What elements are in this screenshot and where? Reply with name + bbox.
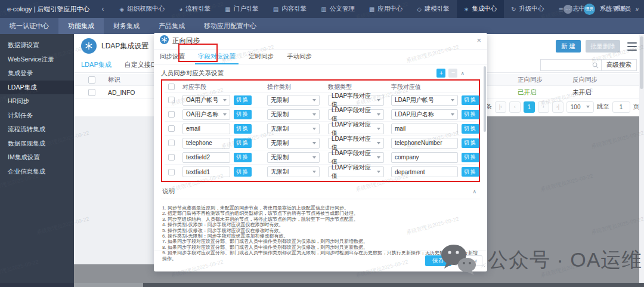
close-icon[interactable]: × bbox=[476, 36, 481, 45]
dialog-tab[interactable]: 同步设置 bbox=[160, 50, 185, 64]
switch-button[interactable]: 切换 bbox=[234, 124, 252, 134]
main-tab[interactable]: 自定义接口 bbox=[125, 60, 157, 72]
topnav-item[interactable]: ◕ 流程引擎 bbox=[172, 0, 218, 18]
row-checkbox[interactable] bbox=[165, 125, 182, 132]
page-scrollbar[interactable] bbox=[639, 34, 644, 283]
field-value-select[interactable]: LDAP用户名称 bbox=[391, 109, 458, 120]
sidebar-item[interactable]: HR同步 bbox=[0, 94, 74, 109]
datatype-select[interactable]: LDAP字段对应值 bbox=[328, 124, 384, 134]
search-input[interactable] bbox=[540, 59, 601, 71]
field-select[interactable]: email bbox=[182, 124, 230, 134]
field-value-select[interactable]: mail bbox=[391, 124, 458, 134]
chevron-down-icon[interactable]: ∨ bbox=[636, 7, 639, 12]
advanced-search-button[interactable]: 高级搜索 bbox=[601, 59, 637, 71]
next-page-button[interactable]: › bbox=[538, 101, 549, 113]
datatype-select[interactable]: LDAP字段对应值 bbox=[328, 138, 384, 149]
batch-delete-button[interactable]: 批量删除 bbox=[586, 40, 620, 53]
user-name[interactable]: 系统管理员 bbox=[600, 5, 631, 13]
topnav-item[interactable]: ∗ 集成中心 bbox=[457, 0, 504, 18]
switch-button[interactable]: 切换 bbox=[462, 138, 479, 148]
switch-button[interactable]: 切换 bbox=[234, 153, 252, 162]
field-select[interactable]: OA用户帐号 bbox=[182, 95, 230, 106]
sidebar-item[interactable]: IM集成设置 bbox=[0, 150, 74, 165]
add-row-button[interactable]: + bbox=[436, 69, 445, 78]
dialog-tab[interactable]: 字段对应设置 bbox=[198, 50, 236, 64]
current-page-button[interactable]: 1 bbox=[524, 101, 535, 113]
subnav-item[interactable]: 移动应用配置中心 bbox=[194, 18, 266, 34]
collapse-up-icon[interactable]: ∧ bbox=[472, 189, 476, 195]
subnav-item[interactable]: 统一认证中心 bbox=[0, 18, 58, 34]
sidebar-item[interactable]: 企业信息集成 bbox=[0, 165, 74, 179]
dialog-scrollbar[interactable] bbox=[484, 66, 486, 132]
sidebar-item[interactable]: 数据源设置 bbox=[0, 38, 74, 53]
jump-page-input[interactable] bbox=[612, 101, 630, 113]
sidebar-item[interactable]: LDAP集成 bbox=[0, 81, 74, 95]
operation-select[interactable]: 无限制 bbox=[267, 152, 320, 163]
switch-button[interactable]: 切换 bbox=[234, 95, 252, 105]
create-button[interactable]: 新 建 bbox=[556, 40, 581, 53]
list-view-icon[interactable] bbox=[627, 42, 637, 51]
row-checkbox[interactable] bbox=[165, 169, 182, 175]
field-value-select[interactable]: LDAP用户帐号 bbox=[391, 95, 458, 106]
sidebar-item[interactable]: 流程流转集成 bbox=[0, 122, 74, 137]
select-all-checkbox[interactable] bbox=[88, 74, 95, 85]
collapse-up-icon[interactable]: ∧ bbox=[460, 70, 465, 76]
resize-handle-icon[interactable] bbox=[481, 260, 486, 270]
operation-select[interactable]: 无限制 bbox=[267, 109, 320, 120]
sidebar-item[interactable]: 集成登录 bbox=[0, 66, 74, 81]
field-value-select[interactable]: company bbox=[391, 152, 458, 163]
topnav-item[interactable]: ↻ 升级中心 bbox=[504, 0, 551, 18]
operation-select[interactable]: 无限制 bbox=[267, 138, 320, 149]
more-options-icon[interactable]: … bbox=[564, 5, 572, 14]
sidebar-item[interactable]: 计划任务 bbox=[0, 109, 74, 123]
operation-select[interactable]: 无限制 bbox=[267, 95, 320, 106]
select-all-checkbox[interactable] bbox=[165, 84, 182, 90]
field-value-select[interactable]: telephoneNumber bbox=[391, 138, 458, 149]
dialog-tab[interactable]: 定时同步 bbox=[249, 50, 274, 64]
page-size-select[interactable]: 100 bbox=[566, 101, 594, 113]
field-select[interactable]: OA用户名称 bbox=[182, 109, 230, 120]
switch-button[interactable]: 切换 bbox=[462, 95, 479, 105]
first-page-button[interactable]: |‹ bbox=[495, 101, 506, 113]
datatype-select[interactable]: LDAP字段对应值 bbox=[328, 152, 384, 163]
field-value-select[interactable]: department bbox=[391, 166, 458, 177]
switch-button[interactable]: 切换 bbox=[462, 110, 479, 119]
topnav-item[interactable]: ▦ 门户引擎 bbox=[218, 0, 265, 18]
subnav-item[interactable]: 功能集成 bbox=[58, 18, 104, 34]
switch-button[interactable]: 切换 bbox=[462, 153, 479, 162]
main-tab[interactable]: LDAP集成 bbox=[81, 60, 112, 72]
switch-button[interactable]: 切换 bbox=[234, 167, 252, 177]
last-page-button[interactable]: ›| bbox=[552, 101, 564, 113]
sidebar-item[interactable]: 数据展现集成 bbox=[0, 137, 74, 151]
switch-button[interactable]: 切换 bbox=[462, 167, 479, 177]
datatype-select[interactable]: LDAP字段对应值 bbox=[328, 166, 384, 177]
topnav-item[interactable]: ◇ 建模引擎 bbox=[410, 0, 457, 18]
field-select[interactable]: telephone bbox=[182, 138, 230, 149]
field-select[interactable]: textfield2 bbox=[182, 152, 230, 163]
dialog-tab[interactable]: 手动同步 bbox=[287, 50, 312, 64]
collapse-left-icon[interactable]: ‹ bbox=[102, 5, 104, 13]
datatype-select[interactable]: LDAP字段对应值 bbox=[328, 95, 384, 106]
row-checkbox[interactable] bbox=[88, 86, 95, 98]
row-checkbox[interactable] bbox=[165, 140, 182, 146]
subnav-item[interactable]: 财务集成 bbox=[104, 18, 149, 34]
row-checkbox[interactable] bbox=[165, 154, 182, 161]
sidebar-item[interactable]: WebService注册 bbox=[0, 53, 74, 67]
switch-button[interactable]: 切换 bbox=[462, 124, 479, 134]
topnav-item[interactable]: ◈ 组织权限中心 bbox=[113, 0, 172, 18]
operation-select[interactable]: 无限制 bbox=[267, 166, 320, 177]
operation-select[interactable]: 无限制 bbox=[267, 124, 320, 134]
topnav-item[interactable]: ▤ 内容引擎 bbox=[266, 0, 314, 18]
row-checkbox[interactable] bbox=[165, 111, 182, 118]
prev-page-button[interactable]: ‹ bbox=[509, 101, 521, 113]
switch-button[interactable]: 切换 bbox=[234, 138, 252, 148]
datatype-select[interactable]: LDAP字段对应值 bbox=[328, 109, 384, 120]
avatar[interactable]: 理员 bbox=[584, 4, 595, 15]
subnav-item[interactable]: 产品集成 bbox=[149, 18, 194, 34]
row-checkbox[interactable] bbox=[165, 97, 182, 103]
switch-button[interactable]: 切换 bbox=[234, 110, 252, 119]
topnav-item[interactable]: ▥ 公文管理 bbox=[314, 0, 361, 18]
remove-row-button[interactable]: − bbox=[448, 69, 457, 78]
topnav-item[interactable]: ▩ 应用中心 bbox=[362, 0, 410, 18]
field-select[interactable]: textfield1 bbox=[182, 166, 230, 177]
